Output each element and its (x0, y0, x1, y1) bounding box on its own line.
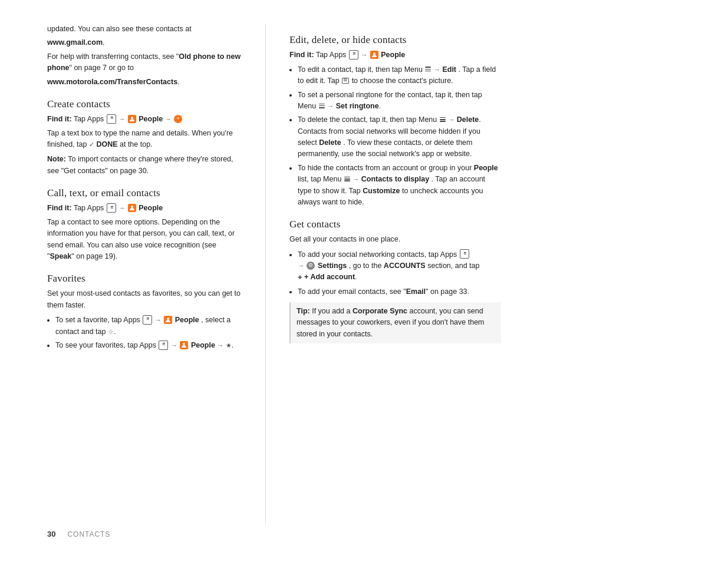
page-section-label: Contacts (67, 530, 110, 538)
create-contacts-heading: Create contacts (47, 98, 242, 110)
call-find-it: Find it: Tap Apps ⠿ → People (47, 203, 242, 214)
svg-point-3 (183, 343, 185, 345)
people-icon-call (128, 204, 136, 212)
svg-point-4 (373, 52, 375, 55)
svg-point-0 (131, 117, 133, 119)
create-note: Note: To import contacts or change where… (47, 154, 242, 177)
create-find-it: Find it: Tap Apps ⠿ → People → + (47, 114, 242, 125)
menu-icon-edit3 (440, 117, 446, 122)
favorites-body: Set your most-used contacts as favorites… (47, 288, 242, 311)
edit-delete-hide-heading: Edit, delete, or hide contacts (289, 34, 501, 46)
content-area: updated. You can also see these contacts… (0, 24, 728, 524)
favorites-list: To set a favorite, tap Apps ⠿ → People ,… (47, 315, 242, 351)
edit-bullet4: To hide the contacts from an account or … (298, 163, 501, 209)
right-column: Edit, delete, or hide contacts Find it: … (265, 24, 501, 524)
menu-icon-edit2 (319, 104, 325, 108)
star-icon-fav1: ☆ (108, 328, 114, 335)
star-icon-fav2: ★ (226, 342, 232, 349)
people-icon-fav1 (164, 316, 172, 324)
photo-icon-edit: 🖼 (342, 78, 349, 84)
settings-icon-get: ⚙ (307, 262, 315, 270)
intro-transfer: For help with transferring contacts, see… (47, 51, 242, 74)
apps-icon-get: ⠿ (460, 249, 469, 259)
get-contacts-heading: Get contacts (289, 219, 501, 230)
edit-bullet1: To edit a contact, tap it, then tap Menu… (298, 64, 501, 87)
page-number: 30 (47, 530, 55, 538)
edit-bullet2: To set a personal ringtone for the conta… (298, 90, 501, 113)
left-column: updated. You can also see these contacts… (47, 24, 265, 524)
intro-link1: www.gmail.com. (47, 37, 242, 48)
people-icon-create (128, 115, 136, 123)
favorites-bullet1: To set a favorite, tap Apps ⠿ → People ,… (55, 315, 242, 338)
edit-find-it: Find it: Tap Apps ⠿ → People (289, 49, 501, 61)
get-contacts-body: Get all your contacts in one place. (289, 234, 501, 245)
call-body: Tap a contact to see more options. Depen… (47, 217, 242, 263)
get-contacts-bullet2: To add your email contacts, see "Email" … (298, 286, 501, 297)
svg-point-1 (131, 206, 133, 208)
svg-point-2 (167, 318, 169, 320)
intro-line1: updated. You can also see these contacts… (47, 24, 242, 35)
intro-link3: www.motorola.com/TransferContacts. (47, 77, 242, 88)
get-contacts-list: To add your social networking contacts, … (289, 249, 501, 297)
page-footer: 30 Contacts (0, 524, 728, 538)
people-icon-edit (370, 51, 378, 59)
apps-icon-fav2: ⠿ (159, 340, 168, 350)
edit-bullet3: To delete the contact, tap it, then tap … (298, 114, 501, 160)
favorites-bullet2: To see your favorites, tap Apps ⠿ → Peop… (55, 340, 242, 351)
call-text-email-heading: Call, text, or email contacts (47, 187, 242, 199)
apps-icon-fav1: ⠿ (143, 315, 152, 325)
people-icon-fav2 (180, 341, 188, 349)
page-container: updated. You can also see these contacts… (0, 0, 728, 562)
menu-icon-edit4 (344, 177, 350, 181)
edit-list: To edit a contact, tap it, then tap Menu… (289, 64, 501, 209)
get-contacts-bullet1: To add your social networking contacts, … (298, 249, 501, 284)
apps-icon-create: ⠿ (107, 114, 116, 124)
apps-icon-call: ⠿ (107, 203, 116, 213)
tip-block: Tip: If you add a Corporate Sync account… (289, 302, 501, 343)
menu-icon-edit1 (425, 67, 431, 71)
apps-icon-edit: ⠿ (349, 50, 358, 59)
add-icon-get: + (298, 273, 302, 282)
create-body: Tap a text box to type the name and deta… (47, 128, 242, 151)
add-user-icon-create: + (174, 115, 182, 123)
favorites-heading: Favorites (47, 273, 242, 285)
